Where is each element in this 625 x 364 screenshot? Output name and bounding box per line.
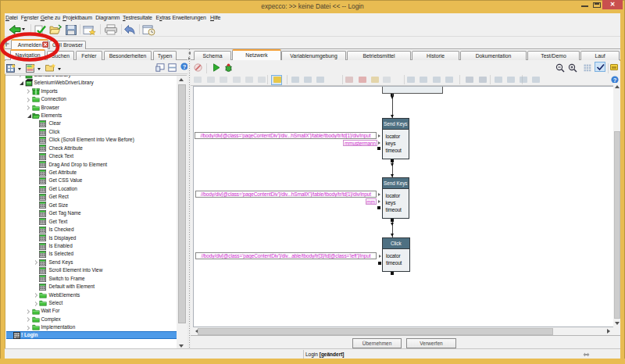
svg-text:?: ? [613,76,617,83]
svg-text:?: ? [183,63,187,70]
